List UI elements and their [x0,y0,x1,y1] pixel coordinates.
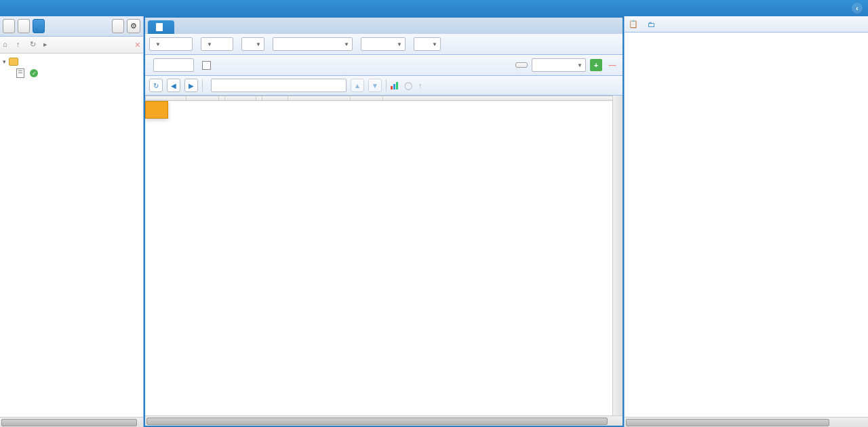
annotation-callout [145,101,168,119]
col-dir[interactable] [219,96,225,101]
uldl-dropdown[interactable]: ▼ [149,37,193,51]
export-button[interactable] [112,19,124,33]
file-button[interactable] [33,19,45,33]
imsi-dropdown[interactable]: ▼ [273,37,353,51]
forward-button[interactable]: ▶ [184,79,198,92]
browse-button[interactable]: 🗀 [648,20,658,28]
up-icon[interactable]: ↑ [16,40,26,49]
refresh-button[interactable]: ↻ [149,79,163,92]
layer-dropdown[interactable]: ▼ [201,37,233,51]
add-filter-button[interactable]: + [590,59,602,71]
tab-bar [145,18,623,34]
time-origin-input[interactable] [153,58,194,72]
detail-toolbar: 📋 🗀 [625,16,868,33]
col-info[interactable] [351,96,383,101]
col-time[interactable] [146,96,186,101]
group-ue-checkbox[interactable] [202,61,211,70]
grid-header-row [146,96,623,101]
remove-filter-button[interactable]: — [606,59,618,71]
filter-bar: ▼ ▼ ▼ ▼ ▼ ▼ [145,34,623,55]
server-button[interactable] [18,19,30,33]
app-header: ‹ [0,0,868,16]
file-icon [16,68,24,78]
home-icon[interactable]: ⌂ [3,40,12,49]
collapse-sidebar-icon[interactable]: ‹ [852,3,863,14]
circle-icon: ◯ [404,81,412,90]
copy-clipboard-button[interactable]: 📋 [629,20,641,28]
sidebar: ⚙ ⌂ ↑ ↻ ▸ × ▾ ✓ [0,16,144,427]
search-next-button[interactable]: ▼ [368,79,382,92]
detail-hscroll[interactable] [625,417,868,427]
close-icon[interactable]: × [135,39,140,50]
ueid-dropdown[interactable]: ▼ [241,37,264,51]
log-grid [145,96,623,415]
filter-preset-dropdown[interactable]: ▼ [532,58,586,72]
ulcaps-button[interactable]: ↑ [418,81,425,89]
file-tree: ▾ ✓ [0,54,143,417]
play-icon[interactable]: ▸ [43,40,53,49]
settings-button[interactable]: ⚙ [127,19,140,33]
col-cn[interactable] [225,96,256,101]
bar-chart-icon [391,81,398,89]
search-input[interactable] [211,79,347,92]
detail-panel: 📋 🗀 [624,16,868,427]
clear-button[interactable] [515,62,528,68]
detail-text[interactable] [625,33,868,417]
grid-hscroll[interactable] [145,415,623,426]
sidebar-toolbar: ⚙ [0,16,143,37]
col-diff[interactable] [186,96,219,101]
search-prev-button[interactable]: ▲ [351,79,364,92]
document-icon [156,23,163,31]
col-ue[interactable] [262,96,288,101]
time-bar: ▼ + — [145,55,623,76]
gear-icon: ⚙ [130,22,137,30]
tree-folder-backup[interactable]: ▾ [0,56,143,67]
col-cn2[interactable] [256,96,262,101]
url-button[interactable] [3,19,15,33]
status-ok-icon: ✓ [30,69,38,77]
center-panel: ▼ ▼ ▼ ▼ ▼ ▼ ▼ + — ↻ ◀ ▶ [144,16,624,427]
col-msg[interactable] [383,96,623,101]
back-button[interactable]: ◀ [167,79,180,92]
info-dropdown[interactable]: ▼ [361,37,406,51]
tab-logs[interactable] [148,20,174,34]
grid-vscroll[interactable] [612,96,623,415]
analytics-button[interactable] [391,81,400,89]
rb-button[interactable]: ◯ [404,81,414,90]
refresh-icon[interactable]: ↻ [30,40,39,49]
tree-file[interactable]: ✓ [0,67,143,79]
expand-icon: ▾ [3,58,6,65]
col-imsi[interactable] [288,96,351,101]
arrow-up-icon: ↑ [418,81,422,89]
search-bar: ↻ ◀ ▶ ▲ ▼ ◯ ↑ [145,76,623,96]
folder-icon [9,58,18,66]
sidebar-hscroll[interactable] [0,417,143,427]
folder-icon: 🗀 [648,20,655,28]
file-toolbar: ⌂ ↑ ↻ ▸ × [0,37,143,54]
level-dropdown[interactable]: ▼ [414,37,441,51]
clipboard-icon: 📋 [629,20,638,28]
